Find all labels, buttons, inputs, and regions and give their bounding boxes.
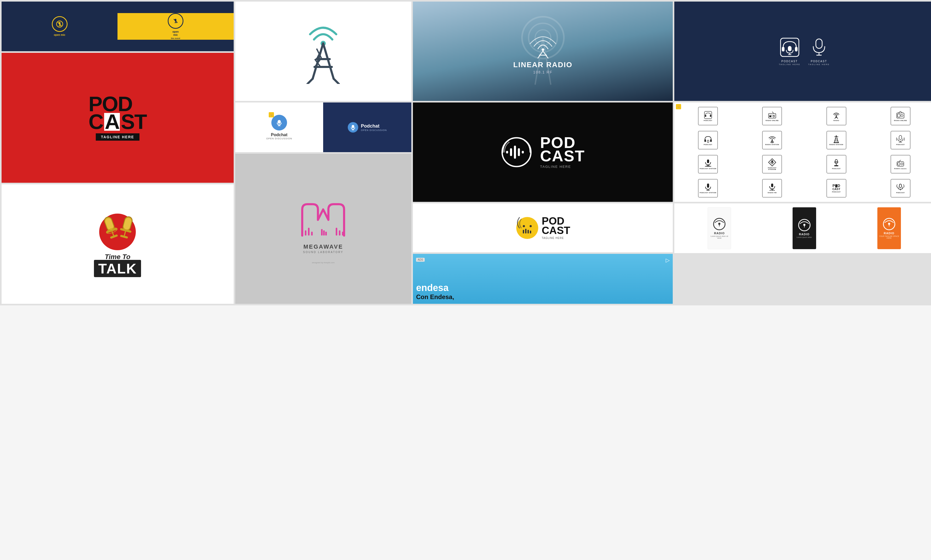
svg-line-22	[323, 43, 333, 79]
collection-item-mic4[interactable]: PODCAST	[827, 155, 846, 173]
svg-rect-41	[321, 229, 323, 235]
collection-item-podcast-headphones[interactable]: PODCAST	[698, 107, 718, 125]
svg-rect-128	[771, 183, 773, 187]
radio-brand-card[interactable]: RADIO Lorem ipsum dolor sit amet RADIO L…	[674, 203, 931, 253]
svg-rect-2	[59, 22, 60, 25]
svg-rect-125	[707, 183, 709, 188]
open-mic-text-left: open mic	[54, 34, 65, 37]
svg-rect-59	[518, 148, 520, 156]
column-1: open mic openmicthe event	[2, 2, 234, 304]
svg-rect-39	[308, 228, 310, 235]
collection-item-tower2[interactable]: RADIO STATION	[762, 131, 782, 149]
podcast-red-tagline: TAGLINE HERE	[96, 133, 139, 141]
radio-brand-logo-black	[798, 218, 811, 232]
svg-point-86	[836, 115, 837, 117]
ads-text: Con Endesa,	[416, 293, 670, 301]
radio-brand-white-label: RADIO	[714, 232, 724, 235]
svg-point-138	[718, 223, 720, 225]
podcast-black-title: PODCAST	[540, 136, 585, 163]
collection-item-mic5[interactable]: PODCAST STATION	[698, 179, 718, 197]
podchat-banner-brand: Podchat	[361, 123, 387, 129]
svg-rect-65	[523, 230, 524, 234]
radio-collection-card[interactable]: 👑 PODCAST RADIO ONLINE RADIO RADIO ONLIN…	[674, 103, 931, 202]
podchat-banner-section[interactable]: Podchat OPEN DISCUSSION	[323, 103, 411, 152]
collection-item-mic-wave2[interactable]: PODCAST	[891, 179, 910, 197]
svg-line-53	[538, 51, 543, 58]
time-to-talk-card[interactable]: Time To TALK	[2, 184, 234, 304]
svg-rect-16	[123, 217, 132, 230]
collection-item-pod-cast-text[interactable]: PD CAST PODCAST	[827, 179, 846, 197]
svg-rect-43	[325, 232, 327, 235]
svg-point-141	[803, 224, 805, 226]
radio-brand-orange-sub: YOUR TAGLINE SPACE HERE	[877, 235, 901, 239]
collection-item-radiofm[interactable]: RADIO FM	[762, 179, 782, 197]
podcast-black-tagline: TAGLINE HERE	[540, 165, 585, 169]
svg-point-63	[523, 225, 525, 227]
podcast-dark-card[interactable]: PODCASTTAGLINE HERE PODCASTTAGLINE HERE	[674, 2, 931, 101]
svg-line-124	[899, 160, 901, 162]
svg-point-96	[772, 139, 773, 140]
collection-item-mic-wave[interactable]: PODCAST	[891, 131, 910, 149]
svg-point-52	[542, 48, 544, 51]
svg-rect-100	[771, 142, 773, 143]
megawave-subtitle: SOUND LABORATORY	[303, 251, 343, 254]
collection-crown-badge: 👑	[676, 104, 681, 109]
linear-radio-card[interactable]: LINEAR RADIO 108.1 RF	[413, 2, 673, 101]
megawave-title: MEGAWAVE	[303, 243, 343, 250]
ads-card[interactable]: ADS ▷ endesa Con Endesa,	[413, 254, 673, 304]
svg-rect-32	[278, 120, 281, 124]
svg-rect-93	[704, 139, 706, 142]
open-mic-left: open mic	[2, 16, 117, 37]
megawave-credit: designed by freepik.com	[303, 262, 343, 264]
column-3: LINEAR RADIO 108.1 RF	[413, 2, 673, 304]
open-mic-card[interactable]: open mic openmicthe event	[2, 2, 234, 51]
svg-rect-45	[339, 230, 340, 235]
megawave-card[interactable]: MEGAWAVE SOUND LABORATORY designed by fr…	[235, 154, 412, 304]
collection-item-headphones2[interactable]: PODCAST	[698, 131, 718, 149]
podcast-face-svg	[501, 137, 532, 168]
main-grid: open mic openmicthe event	[0, 0, 931, 305]
svg-rect-44	[336, 228, 337, 235]
svg-rect-105	[834, 142, 839, 143]
collection-item-tower3[interactable]: RADIO STATION	[827, 131, 846, 149]
svg-line-30	[333, 79, 339, 84]
collection-item-radio-online[interactable]: RADIO ONLINE	[762, 107, 782, 125]
svg-rect-67	[528, 230, 529, 234]
col3-bottom: PODCAST TAGLINE HERE ADS ▷ endesa Con En…	[413, 203, 673, 304]
ads-brand: endesa	[416, 282, 670, 293]
svg-rect-61	[506, 151, 508, 154]
linear-radio-title: LINEAR RADIO	[513, 61, 573, 69]
svg-line-29	[307, 79, 313, 84]
svg-rect-71	[795, 47, 798, 51]
podcast-red-card[interactable]: POD CAST TAGLINE HERE	[2, 53, 234, 183]
svg-rect-109	[707, 160, 709, 163]
podcast-black-card[interactable]: PODCAST TAGLINE HERE	[413, 103, 673, 202]
open-mic-text-right: openmicthe event	[171, 30, 180, 40]
microphone-svg	[94, 211, 141, 250]
podchat-logo-icon: 👑	[271, 115, 287, 131]
collection-item-radio-box[interactable]: RADIO ONLINE	[891, 107, 910, 125]
svg-line-54	[543, 51, 548, 58]
podcast-yellow-smiley-card[interactable]: PODCAST TAGLINE HERE	[413, 203, 673, 252]
svg-rect-75	[816, 39, 822, 48]
svg-point-123	[901, 163, 903, 165]
podchat-icon-section[interactable]: 👑 Podchat OP	[235, 103, 323, 152]
svg-rect-42	[323, 230, 325, 235]
svg-rect-80	[710, 115, 711, 117]
collection-item-radio2[interactable]: RADIO classic	[891, 155, 910, 173]
svg-rect-66	[525, 229, 526, 234]
podcast-dark-logo2-svg	[809, 37, 829, 58]
linear-radio-tower-svg	[527, 28, 559, 60]
podcast-dark-logo1-svg	[779, 37, 800, 58]
podcast-yellow-tagline: TAGLINE HERE	[542, 237, 570, 240]
radio-brand-white-sub: Lorem ipsum dolor sit amet	[708, 235, 731, 239]
svg-rect-68	[530, 231, 531, 234]
collection-item-radio-tower[interactable]: RADIO	[827, 107, 846, 125]
collection-item-mic3[interactable]: PODCAST STATION	[698, 155, 718, 173]
radio-tower-card[interactable]	[235, 2, 412, 101]
podcast-dark-label2: PODCASTTAGLINE HERE	[808, 60, 830, 66]
svg-rect-38	[305, 230, 306, 235]
linear-radio-freq: 108.1 RF	[513, 70, 573, 74]
collection-item-diamond[interactable]: PODCAST STADIUM	[762, 155, 782, 173]
ads-expand-icon[interactable]: ▷	[665, 257, 670, 263]
